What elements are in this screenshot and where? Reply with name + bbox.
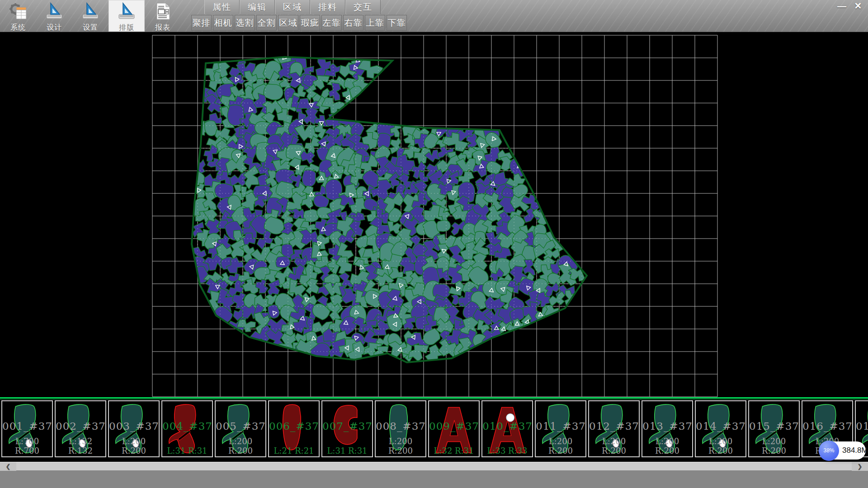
main-button-settings-setsquare[interactable]: 设置 [72, 0, 108, 32]
action-button-9[interactable]: 下靠 [387, 15, 407, 31]
action-button-8[interactable]: 上靠 [365, 15, 385, 31]
strip-accent-line-2 [0, 399, 868, 399]
part-cell-4[interactable]: 004_#37L:31 R:31 [161, 400, 213, 457]
menu-tab-bar: 属性编辑区域排料交互 [204, 0, 381, 14]
main-button-label: 报表 [155, 23, 170, 33]
part-cell-12[interactable]: 012_#37L:200 R:200 [588, 400, 640, 457]
system-gear-icon [9, 3, 26, 19]
nesting-canvas-svg [0, 32, 868, 397]
part-shape-boot [645, 402, 690, 455]
nesting-setsquare-icon [117, 2, 136, 23]
main-button-label: 排版 [119, 23, 134, 33]
action-button-0[interactable]: 聚排 [191, 15, 212, 31]
parts-strip: 001_#37L:700 R:700002_#37L:132 R:132003_… [0, 397, 868, 462]
memory-percent-indicator: 38% [819, 441, 839, 461]
part-shape-cshape [325, 402, 370, 455]
part-cell-3[interactable]: 003_#37L:200 R:200 [108, 400, 160, 457]
part-shape-boot [5, 402, 50, 455]
part-cell-14[interactable]: 014_#37L:200 R:200 [695, 400, 746, 457]
part-cell-15[interactable]: 015_#37L:200 R:200 [748, 400, 800, 457]
design-setsquare-icon [45, 2, 64, 23]
part-cell-1[interactable]: 001_#37L:700 R:700 [1, 400, 53, 457]
part-shape-ashape [485, 402, 530, 455]
part-cell-2[interactable]: 002_#37L:132 R:132 [55, 400, 106, 457]
menu-tab-1[interactable]: 编辑 [240, 0, 275, 14]
main-button-label: 设置 [83, 23, 98, 33]
part-shape-boot [538, 402, 584, 455]
part-shape-boot [58, 402, 104, 455]
part-cell-10[interactable]: 010_#37L:33 R:33 [481, 400, 533, 457]
action-button-6[interactable]: 左靠 [321, 15, 342, 31]
system-gear-icon [9, 2, 28, 23]
main-button-nesting-setsquare[interactable]: 排版 [108, 0, 145, 32]
part-shape-boot [592, 402, 637, 455]
strip-accent-line [0, 397, 868, 399]
memory-value-label: 384.8M [842, 446, 868, 455]
action-button-4[interactable]: 区域 [278, 15, 298, 31]
part-shape-blob [378, 402, 424, 455]
part-shape-blob [272, 402, 317, 455]
main-button-label: 系统 [10, 23, 26, 33]
toolbar: 系统设计设置排版报表 属性编辑区域排料交互 聚排相机选割全割区域瑕疵左靠右靠上靠… [0, 0, 868, 32]
scroll-left-button[interactable]: ❮ [0, 462, 16, 471]
report-doc-icon [153, 2, 172, 23]
menu-tab-3[interactable]: 排料 [310, 0, 345, 14]
part-cell-7[interactable]: 007_#37L:31 R:31 [321, 400, 373, 457]
main-button-system-gear[interactable]: 系统 [0, 0, 36, 32]
part-cell-8[interactable]: 008_#37L:200 R:200 [375, 400, 426, 457]
close-button[interactable]: ✕ [851, 0, 865, 11]
nesting-canvas[interactable] [0, 32, 868, 397]
bottom-status-band [0, 470, 868, 488]
action-button-3[interactable]: 全割 [256, 15, 277, 31]
scroll-right-button[interactable]: ❯ [852, 462, 868, 471]
window-controls: — ✕ [835, 0, 865, 11]
action-button-1[interactable]: 相机 [213, 15, 233, 31]
part-cell-9[interactable]: 009_#37L:32 R:31 [428, 400, 480, 457]
part-cell-5[interactable]: 005_#37L:200 R:200 [215, 400, 266, 457]
report-doc-icon [157, 3, 170, 19]
menu-tab-0[interactable]: 属性 [204, 0, 240, 14]
main-button-label: 设计 [47, 23, 62, 33]
menu-tab-4[interactable]: 交互 [345, 0, 381, 14]
menu-tab-2[interactable]: 区域 [275, 0, 310, 14]
action-button-bar: 聚排相机选割全割区域瑕疵左靠右靠上靠下靠 [191, 15, 407, 31]
settings-setsquare-icon [81, 2, 100, 23]
main-button-design-setsquare[interactable]: 设计 [36, 0, 72, 32]
part-shape-boot [698, 402, 744, 455]
part-shape-ashape [432, 402, 477, 455]
part-cell-11[interactable]: 011_#37L:200 R:200 [535, 400, 586, 457]
part-shape-boot [165, 402, 210, 455]
part-shape-boot [112, 402, 157, 455]
memory-badge: 38% 384.8M [820, 441, 866, 460]
part-shape-boot [752, 402, 797, 455]
action-button-5[interactable]: 瑕疵 [300, 15, 320, 31]
nested-pieces [187, 47, 586, 366]
main-button-report-doc[interactable]: 报表 [145, 0, 181, 32]
part-cell-13[interactable]: 013_#37L:200 R:200 [642, 400, 693, 457]
part-cell-6[interactable]: 006_#37L:21 R:21 [268, 400, 320, 457]
action-button-7[interactable]: 右靠 [343, 15, 363, 31]
horizontal-scrollbar[interactable]: ❮ ❯ [0, 462, 868, 470]
action-button-2[interactable]: 选割 [235, 15, 255, 31]
part-shape-boot [218, 402, 264, 455]
minimize-button[interactable]: — [835, 0, 849, 11]
app-window: 系统设计设置排版报表 属性编辑区域排料交互 聚排相机选割全割区域瑕疵左靠右靠上靠… [0, 0, 868, 488]
